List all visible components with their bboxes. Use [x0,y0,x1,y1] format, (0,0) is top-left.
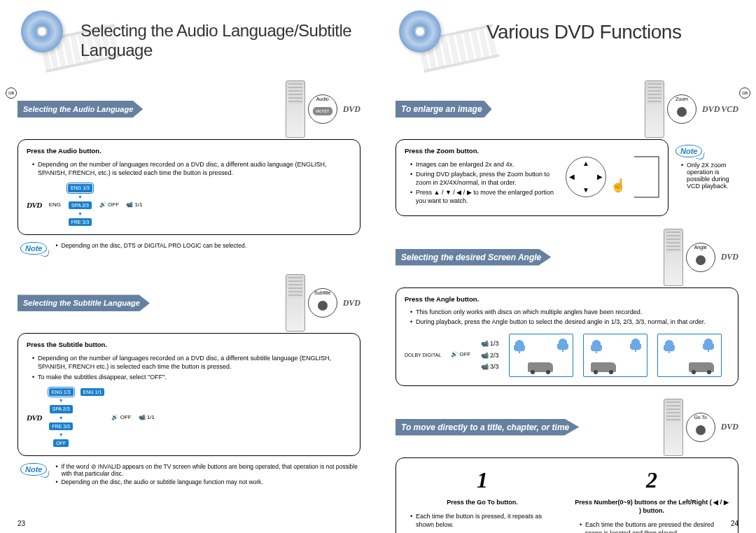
note-text: Depending on the disc, DTS or DIGITAL PR… [55,242,246,249]
note-text: If the word ⊘ INVALID appears on the TV … [55,463,360,477]
bullet-text: To make the subtitles disappear, select … [32,373,351,381]
dolby-label: DOLBY DIGITAL [405,352,441,358]
tab-angle: Selecting the desired Screen Angle [396,249,551,266]
callout-btn-most: MO/ST [313,107,332,115]
off-label: OFF [460,351,471,357]
off-label: OFF [120,414,132,420]
lang-chip: FRE 3/3 [69,218,92,226]
tab-audio: Selecting the Audio Language [18,101,143,118]
callout-label-audio: Audio [308,97,337,101]
remote-illustration [286,80,305,138]
step-instruction: Press Number(0~9) buttons or the Left/Ri… [574,498,729,515]
tab-zoom: To enlarge an image [396,101,492,118]
callout-label-goto: Go To [686,415,715,420]
disc-decoration [385,7,469,56]
content-box-subtitle: Press the Subtitle button. Depending on … [18,333,360,456]
angle-scene-3 [657,334,722,377]
dvd-logo-icon: DVD [27,413,42,423]
eng-label: ENG [49,201,61,209]
disc-decoration [7,7,91,56]
remote-illustration [286,274,305,332]
audio-button-callout: Audio MO/ST [308,94,337,124]
zoom-button-callout: Zoom [667,94,696,124]
angle-indicator: 📹 1/3 📹 2/3 📹 3/3 [481,339,499,370]
lang-chip: FRE 3/3 [49,422,73,430]
note-text: Only 2X zoom operation is possible durin… [681,162,738,190]
lang-chip: OFF [53,439,69,447]
note-badge: Note [20,463,47,476]
content-box-goto: 1 Press the Go To button. Each time the … [396,457,738,533]
bullet-text: During DVD playback, press the Zoom butt… [410,170,557,187]
dvd-badge: DVD [343,298,360,308]
angle-frac: 1/3 [490,340,499,347]
dvd-badge: DVD [702,104,720,115]
bullet-text: Depending on the number of languages rec… [32,160,351,177]
dvd-logo-icon: DVD [27,200,42,211]
bullet-text: Press ▲ / ▼ / ◀ / ▶ to move the enlarged… [410,188,557,205]
goto-button-callout: Go To [686,413,715,442]
section-audio-language: Selecting the Audio Language Audio MO/ST… [18,80,360,255]
section-subtitle-language: Selecting the Subtitle Language Subtitle… [18,274,360,487]
language-chips: ENG 1/3 ▼ SPA 2/3 ▼ FRE 3/3 [68,184,92,226]
lang-chip: ENG 1/3 [49,388,74,396]
bullet-text: Each time the button is pressed, it repe… [410,512,560,529]
lang-chip: SPA 2/3 [69,201,92,209]
angle-scene-1 [509,334,573,377]
remote-illustration [645,80,664,138]
bullet-text: Depending on the number of languages rec… [32,354,351,371]
angle-frac: 1/1 [134,201,142,208]
dvd-badge: DVD [343,104,360,115]
page-title-right: Various DVD Functions [486,21,742,43]
angle-frac: 1/1 [147,414,155,420]
content-box-angle: Press the Angle button. This function on… [396,287,738,386]
vcd-badge: VCD [721,104,738,115]
note-badge: Note [20,242,47,255]
tab-goto: To move directly to a title, chapter, or… [396,419,579,436]
instruction-main: Press the Zoom button. [405,147,557,156]
dvd-badge: DVD [721,252,738,262]
bullet-text: During playback, press the Angle button … [410,318,729,326]
hand-icon: ☝ [610,177,626,194]
page-number: 24 [731,520,738,527]
step-number: 2 [574,465,729,495]
bullet-text: Each time the buttons are pressed the de… [580,520,729,533]
step-instruction: Press the Go To button. [405,498,560,506]
angle-scene-2 [583,334,648,377]
subtitle-button-callout: Subtitle [308,288,337,318]
angle-button-callout: Angle [686,243,715,272]
instruction-main: Press the Subtitle button. [27,341,351,350]
bullet-text: Images can be enlarged 2x and 4x. [410,160,557,169]
section-zoom: To enlarge an image Zoom DVD VCD Press t… [396,80,738,216]
bracket-icon [634,156,659,198]
section-angle: Selecting the desired Screen Angle Angle… [396,229,738,386]
gb-tag: GB [739,87,750,99]
gb-tag: GB [6,87,17,99]
note-badge: Note [676,145,702,157]
tab-subtitle: Selecting the Subtitle Language [18,294,150,311]
lang-chip: SPA 2/3 [50,405,73,413]
dvd-badge: DVD [721,422,738,432]
bullet-text: This function only works with discs on w… [410,308,729,316]
remote-illustration [664,229,683,286]
instruction-main: Press the Audio button. [27,147,351,156]
language-chips: ENG 1/3 ▼ SPA 2/3 ▼ FRE 3/3 ▼ OFF [49,388,74,448]
remote-illustration [664,399,683,456]
content-box-zoom: Press the Zoom button. Images can be enl… [396,139,668,216]
lang-chip-side: ENG 1/1 [80,388,105,396]
angle-frac: 3/3 [490,363,499,370]
section-goto: To move directly to a title, chapter, or… [396,399,738,533]
step-number: 1 [405,465,560,495]
page-number: 23 [18,520,25,527]
content-box-audio: Press the Audio button. Depending on the… [18,139,360,235]
lang-chip: ENG 1/3 [68,184,92,192]
instruction-main: Press the Angle button. [405,295,729,304]
note-text: Depending on the disc, the audio or subt… [55,478,360,485]
callout-label-subtitle: Subtitle [308,290,337,295]
off-label: OFF [108,201,119,208]
callout-label-angle: Angle [686,245,715,250]
dpad-icon: ▲▼ ◀▶ [566,157,606,197]
callout-label-zoom: Zoom [667,97,696,101]
angle-frac: 2/3 [490,352,499,359]
zoom-illustration: ▲▼ ◀▶ ☝ [566,147,659,207]
page-title-left: Selecting the Audio Language/Subtitle La… [80,21,364,60]
